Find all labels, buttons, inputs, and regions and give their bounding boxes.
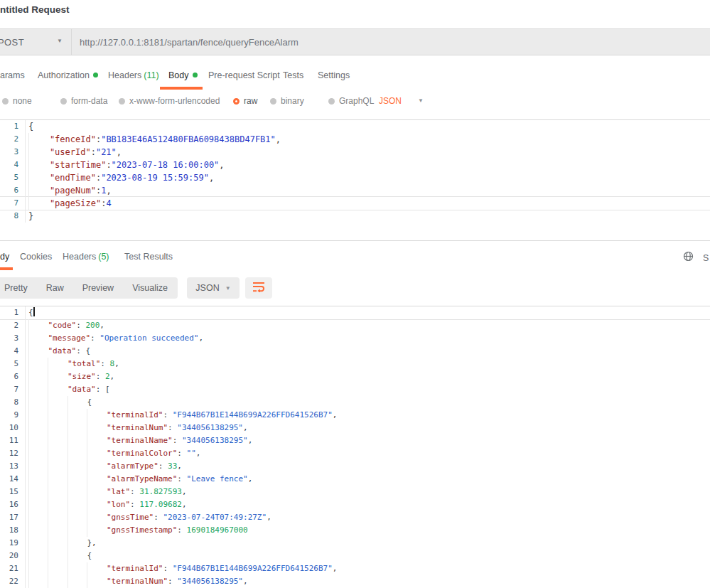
- code-line[interactable]: 11"terminalName": "344056138295",: [0, 434, 710, 447]
- tab-prerequest-script[interactable]: Pre-request Script: [208, 70, 280, 80]
- code-line[interactable]: 13"alarmType": 33,: [0, 460, 710, 473]
- radio-binary[interactable]: binary: [270, 96, 304, 106]
- radio-urlencoded[interactable]: x-www-form-urlencoded: [119, 96, 220, 106]
- response-language-select[interactable]: JSON▼: [187, 277, 240, 299]
- tab-settings[interactable]: Settings: [318, 70, 350, 80]
- code-line[interactable]: 3"message": "Operation succeeded",: [0, 332, 710, 345]
- view-raw[interactable]: Raw: [46, 283, 64, 293]
- code-line[interactable]: 9"terminalId": "F944B67B1E144B699A226FFD…: [0, 409, 710, 422]
- code-line[interactable]: 15"lat": 31.827593,: [0, 486, 710, 498]
- code-line[interactable]: 3"userId":"21",: [0, 146, 710, 159]
- tab-headers[interactable]: Headers(11): [108, 70, 159, 80]
- code-text: "userId":"21",: [26, 146, 122, 159]
- indent-guide: [28, 409, 48, 422]
- code-line[interactable]: 20{: [0, 550, 710, 562]
- line-number: 21: [0, 562, 26, 575]
- code-line[interactable]: 22"terminalNum": "344056138295",: [0, 575, 710, 588]
- code-text: "total": 8,: [26, 358, 119, 370]
- code-line[interactable]: 8{: [0, 396, 710, 409]
- code-text: "fenceId":"BB183E46A512480FBA6098438BD47…: [26, 133, 281, 146]
- indent-guide: [48, 383, 67, 396]
- code-text: "code": 200,: [26, 319, 104, 332]
- radio-graphql[interactable]: GraphQL: [328, 96, 374, 106]
- code-line[interactable]: 2"fenceId":"BB183E46A512480FBA6098438BD4…: [0, 133, 710, 146]
- code-line[interactable]: 4"startTime":"2023-07-18 16:00:00",: [0, 159, 710, 171]
- tab-tests[interactable]: Tests: [283, 70, 303, 80]
- tab-body[interactable]: Body: [168, 70, 198, 80]
- code-line[interactable]: 21"terminalId": "F944B67B1E144B699A226FF…: [0, 562, 710, 575]
- indent-guide: [68, 422, 87, 434]
- tab-authorization[interactable]: Authorization: [38, 70, 98, 80]
- code-line[interactable]: 19},: [0, 537, 710, 550]
- code-line[interactable]: 5"endTime":"2023-08-19 15:59:59",: [0, 171, 710, 184]
- view-visualize[interactable]: Visualize: [132, 283, 168, 293]
- headers-count: (11): [144, 70, 158, 80]
- radio-form-data[interactable]: form-data: [60, 96, 107, 106]
- response-body-editor[interactable]: 1{2"code": 200,3"message": "Operation su…: [0, 306, 710, 588]
- chevron-down-icon[interactable]: ▼: [57, 38, 63, 44]
- indent-guide: [87, 447, 106, 460]
- indent-guide: [28, 537, 48, 550]
- indent-guide: [87, 524, 106, 537]
- code-text: {: [26, 306, 35, 319]
- active-tab-underline: [160, 87, 203, 90]
- indent-guide: [48, 409, 67, 422]
- line-number: 14: [0, 473, 26, 486]
- code-line[interactable]: 17"gnssTime": "2023-07-24T07:49:27Z",: [0, 511, 710, 524]
- code-line[interactable]: 2"code": 200,: [0, 319, 710, 332]
- method-select[interactable]: POST: [0, 37, 24, 48]
- globe-icon[interactable]: [683, 251, 694, 264]
- code-line[interactable]: 6"pageNum":1,: [0, 184, 710, 197]
- response-tab-test-results[interactable]: Test Results: [124, 252, 173, 262]
- line-number: 20: [0, 550, 26, 562]
- divider: [71, 29, 72, 55]
- indent-guide: [28, 473, 48, 486]
- radio-raw[interactable]: raw: [233, 96, 257, 106]
- request-body-editor[interactable]: 1{2"fenceId":"BB183E46A512480FBA6098438B…: [0, 119, 710, 241]
- chevron-down-icon: ▼: [225, 285, 231, 292]
- indent-guide: [68, 396, 87, 409]
- tab-params[interactable]: arams: [0, 70, 25, 80]
- code-line[interactable]: 16"lon": 117.09682,: [0, 498, 710, 511]
- line-number: 19: [0, 537, 26, 550]
- code-line[interactable]: 1{: [0, 306, 710, 320]
- indent-guide: [28, 460, 48, 473]
- indent-guide: [48, 422, 67, 434]
- view-pretty[interactable]: Pretty: [4, 283, 28, 293]
- line-number: 13: [0, 460, 26, 473]
- indent-guide: [28, 562, 48, 575]
- code-line[interactable]: 8}: [0, 210, 710, 223]
- indent-guide: [68, 460, 87, 473]
- indent-guide: [87, 473, 106, 486]
- code-line[interactable]: 10"terminalNum": "344056138295",: [0, 422, 710, 434]
- radio-icon: [60, 98, 67, 105]
- response-tab-cookies[interactable]: Cookies: [20, 252, 52, 262]
- code-text: }: [26, 210, 33, 223]
- indent-guide: [48, 550, 67, 562]
- line-number: 18: [0, 524, 26, 537]
- code-line[interactable]: 7"pageSize":4: [0, 196, 710, 210]
- code-line[interactable]: 12"terminalColor": "",: [0, 447, 710, 460]
- indent-guide: [48, 524, 67, 537]
- code-line[interactable]: 1{: [0, 120, 710, 133]
- code-line[interactable]: 5"total": 8,: [0, 358, 710, 370]
- response-tab-headers[interactable]: Headers(5): [63, 252, 109, 262]
- code-text: "data": [: [26, 383, 110, 396]
- line-number: 3: [0, 146, 26, 159]
- postman-window: ntitled Request POST ▼ http://127.0.0.1:…: [0, 0, 710, 588]
- url-input[interactable]: http://127.0.0.1:8181/spartan/fence/quer…: [80, 37, 298, 48]
- wrap-text-button[interactable]: [245, 277, 272, 299]
- wrap-text-icon: [252, 282, 266, 295]
- language-select[interactable]: JSON: [379, 96, 402, 106]
- chevron-down-icon[interactable]: ▼: [418, 97, 424, 104]
- code-line[interactable]: 7"data": [: [0, 383, 710, 396]
- indent-guide: [87, 460, 106, 473]
- green-dot-icon: [193, 73, 198, 77]
- view-preview[interactable]: Preview: [82, 283, 114, 293]
- code-line[interactable]: 14"alarmTypeName": "Leave fence",: [0, 473, 710, 486]
- radio-none[interactable]: none: [2, 96, 32, 106]
- code-line[interactable]: 6"size": 2,: [0, 370, 710, 383]
- code-line[interactable]: 4"data": {: [0, 345, 710, 358]
- response-tab-body[interactable]: dy: [0, 252, 9, 262]
- code-line[interactable]: 18"gnssTimestamp": 1690184967000: [0, 524, 710, 537]
